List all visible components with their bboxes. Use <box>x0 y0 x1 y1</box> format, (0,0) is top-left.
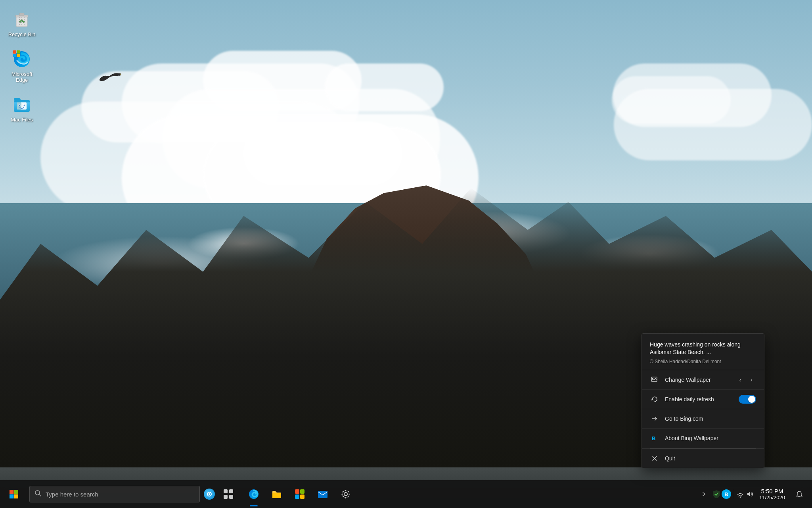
svg-rect-33 <box>272 493 281 498</box>
task-view-button[interactable] <box>219 480 238 508</box>
svg-point-27 <box>209 493 210 495</box>
taskbar-settings-button[interactable] <box>335 480 357 508</box>
security-icon[interactable] <box>712 490 721 498</box>
wallpaper-description: Huge waves crashing on rocks along Asilo… <box>650 341 756 356</box>
svg-rect-23 <box>10 495 14 499</box>
svg-rect-22 <box>14 490 19 494</box>
svg-rect-5 <box>13 50 16 54</box>
taskbar-edge-button[interactable] <box>243 480 265 508</box>
bird <box>97 70 122 87</box>
mac-files-label: Mac Files <box>11 117 33 123</box>
desktop: Recycle Bin <box>0 0 812 508</box>
enable-daily-refresh-menu-item[interactable]: Enable daily refresh <box>642 390 764 409</box>
quit-menu-item[interactable]: Quit <box>642 448 764 468</box>
search-bar[interactable]: Type here to search <box>29 486 200 502</box>
wallpaper-credit: © Sheila Haddad/Danita Delimont <box>650 359 756 364</box>
quit-icon <box>650 454 659 463</box>
quit-label: Quit <box>665 455 756 462</box>
svg-rect-8 <box>17 54 20 57</box>
svg-rect-35 <box>300 489 304 494</box>
daily-refresh-toggle[interactable] <box>739 395 756 404</box>
clock-area[interactable]: 5:50 PM 11/25/2020 <box>755 480 789 508</box>
bing-wallpaper-context-menu: Huge waves crashing on rocks along Asilo… <box>642 333 764 468</box>
prev-wallpaper-button[interactable]: ‹ <box>735 375 745 385</box>
taskbar: Type here to search <box>0 480 812 508</box>
svg-point-41 <box>739 496 741 498</box>
start-button[interactable] <box>0 480 28 508</box>
svg-rect-21 <box>10 490 14 494</box>
go-to-bing-label: Go to Bing.com <box>665 416 756 422</box>
show-hidden-icons-button[interactable] <box>699 487 709 501</box>
bing-wallpaper-tray-icon[interactable]: B <box>722 489 731 499</box>
recycle-bin-image <box>12 10 31 29</box>
go-to-bing-menu-item[interactable]: Go to Bing.com <box>642 409 764 429</box>
svg-text:B: B <box>652 435 655 441</box>
bing-logo-icon: B <box>650 433 659 443</box>
search-placeholder-text: Type here to search <box>46 491 98 498</box>
search-icon <box>34 490 42 498</box>
taskbar-explorer-button[interactable] <box>266 480 288 508</box>
context-menu-header: Huge waves crashing on rocks along Asilo… <box>642 334 764 370</box>
svg-rect-24 <box>14 495 19 499</box>
svg-point-40 <box>342 491 349 498</box>
edge-label: Microsoft Edge <box>6 71 38 83</box>
svg-point-16 <box>19 104 20 106</box>
svg-point-39 <box>344 493 347 496</box>
recycle-bin-label: Recycle Bin <box>8 31 36 38</box>
change-wallpaper-label: Change Wallpaper <box>665 377 735 383</box>
go-to-bing-icon <box>650 414 659 423</box>
change-wallpaper-icon <box>650 375 659 385</box>
svg-rect-37 <box>300 495 304 499</box>
toggle-knob <box>748 396 755 403</box>
change-wallpaper-menu-item[interactable]: Change Wallpaper ‹ › <box>642 370 764 390</box>
clock-time: 5:50 PM <box>761 488 783 495</box>
mac-files-icon[interactable]: Mac Files <box>4 93 40 125</box>
volume-icon[interactable] <box>746 490 754 498</box>
refresh-icon <box>650 394 659 404</box>
svg-rect-30 <box>224 495 228 499</box>
svg-point-19 <box>652 378 653 379</box>
svg-rect-3 <box>19 13 24 16</box>
recycle-bin-icon[interactable]: Recycle Bin <box>4 8 40 40</box>
taskbar-store-button[interactable] <box>289 480 311 508</box>
microsoft-edge-icon[interactable]: Microsoft Edge <box>4 48 40 85</box>
enable-daily-refresh-label: Enable daily refresh <box>665 396 739 402</box>
wallpaper-navigation-arrows: ‹ › <box>735 375 756 385</box>
svg-rect-28 <box>224 489 228 493</box>
taskbar-pinned-apps <box>243 480 357 508</box>
svg-point-17 <box>24 104 25 106</box>
taskbar-mail-button[interactable] <box>312 480 334 508</box>
svg-rect-34 <box>295 489 299 494</box>
about-bing-wallpaper-menu-item[interactable]: B About Bing Wallpaper <box>642 429 764 448</box>
network-icon[interactable] <box>736 490 744 498</box>
cortana-circle <box>204 489 215 500</box>
svg-rect-7 <box>13 54 16 57</box>
cortana-button[interactable] <box>200 480 219 508</box>
svg-rect-6 <box>17 50 20 54</box>
svg-rect-31 <box>229 495 233 499</box>
desktop-icons-area: Recycle Bin <box>0 0 44 140</box>
about-bing-wallpaper-label: About Bing Wallpaper <box>665 435 756 441</box>
svg-rect-29 <box>229 489 233 493</box>
svg-rect-38 <box>318 491 327 498</box>
svg-rect-36 <box>295 495 299 499</box>
notification-center-button[interactable] <box>791 480 808 508</box>
svg-rect-11 <box>14 101 30 102</box>
svg-point-25 <box>35 491 40 495</box>
next-wallpaper-button[interactable]: › <box>747 375 756 385</box>
mac-files-image <box>12 95 31 114</box>
system-tray: B 5:50 PM 11/25/2020 <box>699 480 812 508</box>
tray-overflow-icons: B <box>710 489 733 499</box>
edge-image <box>12 50 31 69</box>
clock-date: 11/25/2020 <box>759 495 785 500</box>
